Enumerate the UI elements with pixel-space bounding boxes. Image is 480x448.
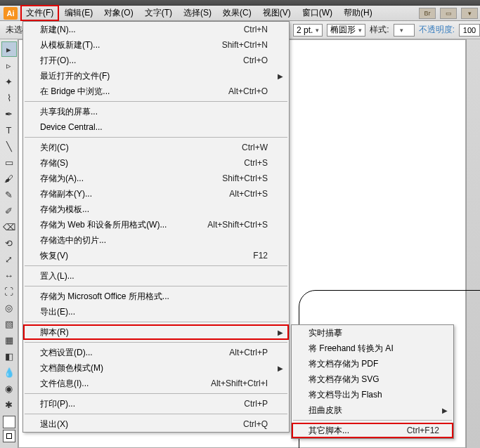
menu-select[interactable]: 选择(S) [178, 5, 217, 21]
menu-shortcut: Ctrl+S [244, 158, 268, 168]
menu-separator [25, 101, 287, 102]
file-menu-item[interactable]: 存储为模板... [23, 202, 289, 217]
menu-item-label: 存储(S) [40, 157, 244, 169]
script-menu-item[interactable]: 将文档存储为 SVG [292, 371, 453, 387]
menu-item-label: 新建(N)... [40, 24, 244, 36]
rotate-tool[interactable]: ⟲ [1, 235, 17, 251]
menu-item-label: 脚本(R) [40, 327, 268, 338]
style-select[interactable] [394, 24, 415, 37]
blob-brush-tool[interactable]: ✐ [1, 203, 17, 218]
menu-item-label: 将文档存储为 SVG [309, 374, 439, 386]
type-tool[interactable]: T [1, 122, 17, 138]
file-menu-item[interactable]: 在 Bridge 中浏览...Alt+Ctrl+O [23, 84, 289, 99]
paintbrush-tool[interactable]: 🖌 [1, 171, 17, 186]
script-submenu: 实时描摹将 Freehand 转换为 AI将文档存储为 PDF将文档存储为 SV… [291, 324, 454, 439]
pencil-tool[interactable]: ✎ [1, 187, 17, 202]
perspective-tool[interactable]: ▧ [1, 316, 17, 331]
file-menu-item[interactable]: 文档颜色模式(M)▶ [23, 360, 289, 376]
file-menu-item[interactable]: 存储选中的切片... [23, 232, 289, 248]
file-menu-item[interactable]: 文件信息(I)...Alt+Shift+Ctrl+I [23, 376, 289, 391]
free-transform-tool[interactable]: ⛶ [1, 284, 17, 299]
menu-shortcut: Alt+Ctrl+S [229, 189, 268, 199]
line-tool[interactable]: ╲ [1, 138, 17, 154]
arrange-icon[interactable]: ▭ [440, 8, 457, 19]
file-menu-item[interactable]: 最近打开的文件(F)▶ [23, 68, 289, 84]
menu-item-label: 存储为 Web 和设备所用格式(W)... [40, 219, 207, 231]
file-menu-item[interactable]: 新建(N)...Ctrl+N [23, 22, 289, 37]
mesh-tool[interactable]: ▦ [1, 332, 17, 348]
menu-view[interactable]: 视图(V) [257, 5, 297, 21]
blend-tool[interactable]: ◉ [1, 381, 17, 396]
style-label: 样式: [370, 24, 389, 36]
file-menu-item[interactable]: 存储(S)Ctrl+S [23, 155, 289, 171]
menu-item-label: Device Central... [40, 122, 268, 132]
script-menu-item[interactable]: 其它脚本...Ctrl+F12 [292, 423, 453, 438]
bridge-icon[interactable]: Br [419, 8, 436, 19]
menu-effect[interactable]: 效果(C) [217, 5, 257, 21]
script-menu-item[interactable]: 将文档导出为 Flash [292, 387, 453, 402]
search-icon[interactable]: ▾ [461, 8, 478, 19]
file-menu-item[interactable]: 导出(E)... [23, 304, 289, 319]
menu-shortcut: Alt+Shift+Ctrl+S [207, 220, 268, 230]
opacity-label: 不透明度: [419, 24, 455, 36]
direct-select-tool[interactable]: ▹ [1, 58, 17, 73]
submenu-arrow-icon: ▶ [278, 329, 283, 336]
menu-separator [25, 322, 287, 322]
script-menu-item[interactable]: 将 Freehand 转换为 AI [292, 341, 453, 356]
menu-object[interactable]: 对象(O) [98, 5, 138, 21]
file-menu-item[interactable]: 存储为 Web 和设备所用格式(W)...Alt+Shift+Ctrl+S [23, 217, 289, 232]
menu-item-label: 最近打开的文件(F) [40, 70, 268, 82]
selection-tool[interactable]: ▸ [1, 41, 17, 57]
file-menu-item[interactable]: 从模板新建(T)...Shift+Ctrl+N [23, 37, 289, 53]
stroke-weight-select[interactable]: 2 pt. [293, 24, 323, 37]
menu-help[interactable]: 帮助(H) [338, 5, 378, 21]
menu-item-label: 存储副本(Y)... [40, 188, 229, 200]
menu-separator [25, 342, 287, 343]
menu-item-label: 存储选中的切片... [40, 235, 268, 246]
submenu-arrow-icon: ▶ [278, 364, 283, 372]
magic-wand-tool[interactable]: ✦ [1, 74, 17, 89]
stroke-swatch[interactable] [3, 430, 15, 442]
file-menu-item[interactable]: 存储副本(Y)...Alt+Ctrl+S [23, 186, 289, 202]
file-menu-item[interactable]: 文档设置(D)...Alt+Ctrl+P [23, 345, 289, 360]
file-menu-item[interactable]: Device Central... [23, 119, 289, 135]
file-menu-item[interactable]: 存储为 Microsoft Office 所用格式... [23, 289, 289, 304]
pen-tool[interactable]: ✒ [1, 106, 17, 121]
opacity-input[interactable] [459, 24, 480, 37]
script-menu-item[interactable]: 实时描摹 [292, 325, 453, 341]
menu-file[interactable]: 文件(F) [20, 5, 59, 21]
gradient-tool[interactable]: ◧ [1, 348, 17, 364]
shape-builder-tool[interactable]: ◎ [1, 300, 17, 315]
file-menu-item[interactable]: 置入(L)... [23, 268, 289, 284]
scale-tool[interactable]: ⤢ [1, 251, 17, 267]
file-menu-item[interactable]: 恢复(V)F12 [23, 248, 289, 263]
submenu-arrow-icon: ▶ [278, 72, 283, 80]
menu-edit[interactable]: 编辑(E) [59, 5, 98, 21]
menu-item-label: 退出(X) [40, 419, 243, 430]
file-menu-item[interactable]: 退出(X)Ctrl+Q [23, 416, 289, 432]
file-menu-item[interactable]: 共享我的屏幕... [23, 104, 289, 119]
lasso-tool[interactable]: ⌇ [1, 90, 17, 105]
script-menu-item[interactable]: 扭曲皮肤▶ [292, 402, 453, 418]
menu-item-label: 将 Freehand 转换为 AI [309, 343, 439, 355]
menu-type[interactable]: 文字(T) [139, 5, 178, 21]
file-menu-item[interactable]: 打印(P)...Ctrl+P [23, 396, 289, 411]
menu-window[interactable]: 窗口(W) [297, 5, 338, 21]
file-menu-item[interactable]: 存储为(A)...Shift+Ctrl+S [23, 171, 289, 186]
menu-separator [293, 420, 452, 421]
menu-item-label: 打印(P)... [40, 398, 244, 410]
file-menu-item[interactable]: 打开(O)...Ctrl+O [23, 53, 289, 68]
file-menu-item[interactable]: 关闭(C)Ctrl+W [23, 140, 289, 155]
menu-item-label: 文档设置(D)... [40, 347, 229, 359]
selection-status: 未选 [6, 24, 22, 36]
script-menu-item[interactable]: 将文档存储为 PDF [292, 356, 453, 371]
eyedropper-tool[interactable]: 💧 [1, 364, 17, 380]
rectangle-tool[interactable]: ▭ [1, 154, 17, 170]
symbol-sprayer-tool[interactable]: ✱ [1, 397, 17, 412]
eraser-tool[interactable]: ⌫ [1, 219, 17, 235]
fill-swatch[interactable] [3, 416, 15, 428]
shape-select[interactable]: 椭圆形 [327, 24, 365, 37]
file-menu-item[interactable]: 脚本(R)▶ [23, 324, 289, 340]
width-tool[interactable]: ↔ [1, 268, 17, 283]
menu-item-label: 共享我的屏幕... [40, 106, 268, 118]
